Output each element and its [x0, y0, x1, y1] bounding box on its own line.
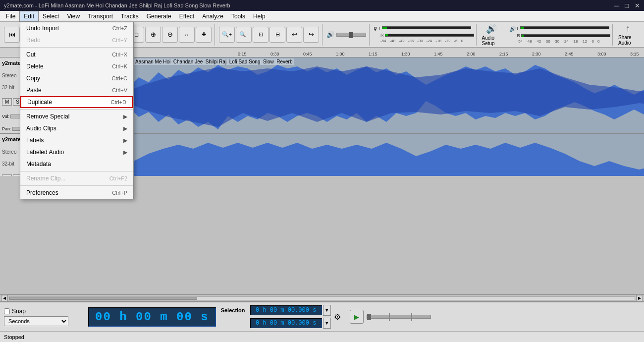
fit-button[interactable]: ⊡: [253, 27, 268, 43]
menu-tracks[interactable]: Tracks: [117, 11, 143, 22]
snap-area: Snap Seconds: [4, 308, 83, 326]
menu-labels[interactable]: Labels ▶: [20, 134, 133, 146]
menu-rename-clip[interactable]: Rename Clip... Ctrl+F2: [20, 172, 133, 184]
track-waveform-1[interactable]: Milan Aasman Me Hoi Chandan Jee Shilpi R…: [119, 57, 644, 133]
ruler-mark: 1:45: [434, 52, 443, 57]
menu-cut[interactable]: Cut Ctrl+X: [20, 49, 133, 60]
speed-slider[interactable]: [367, 315, 431, 319]
waveform-svg-1: [119, 57, 644, 133]
title-text: y2mate.com - LoFi Milan Aasman Me Hoi Ch…: [4, 2, 230, 8]
zoom-group: 🔍+ 🔍- ⊡ ⊟ ↩ ↪: [216, 24, 322, 46]
menu-help[interactable]: Help: [249, 11, 269, 22]
ruler-mark: 2:15: [499, 52, 508, 57]
ruler-mark: 0:30: [270, 52, 279, 57]
horizontal-scrollbar[interactable]: ◀ ▶: [0, 294, 644, 301]
menu-labeled-audio[interactable]: Labeled Audio ▶: [20, 146, 133, 158]
menu-paste[interactable]: Paste Ctrl+V: [20, 84, 133, 96]
volume-label-1: Vol:: [2, 114, 9, 119]
playback-speed-area: ▶: [350, 310, 431, 324]
ruler-mark: 3:15: [630, 52, 639, 57]
selection-input-2[interactable]: 0 h 00 m 00.000 s: [250, 318, 322, 328]
minimize-button[interactable]: ─: [614, 2, 619, 9]
selection-settings-icon[interactable]: ⚙: [334, 312, 341, 322]
edit-menu-dropdown: Undo Import Ctrl+Z Redo Ctrl+Y Cut Ctrl+…: [20, 22, 134, 199]
speed-marker: [389, 313, 390, 321]
play-green-button[interactable]: ▶: [350, 310, 364, 324]
menu-transport[interactable]: Transport: [84, 11, 117, 22]
selection-area: Selection 0 h 00 m 00.000 s ▼ 0 h 00 m 0…: [221, 305, 341, 329]
menu-view[interactable]: View: [63, 11, 84, 22]
selection-dropdown-1[interactable]: ▼: [323, 305, 331, 316]
menu-remove-special[interactable]: Remove Special ▶: [20, 111, 133, 122]
zoom-in-tool[interactable]: ⊕: [145, 27, 161, 43]
close-button[interactable]: ✕: [635, 2, 640, 9]
time-shift-tool[interactable]: ↔: [179, 27, 195, 43]
menu-undo-import[interactable]: Undo Import Ctrl+Z: [20, 22, 133, 34]
separator-4: [20, 185, 133, 186]
playback-volume-slider[interactable]: [336, 33, 366, 37]
selection-label: Selection: [221, 307, 248, 313]
scroll-track[interactable]: [9, 296, 635, 300]
maximize-button[interactable]: □: [625, 2, 629, 9]
share-audio-label: Share Audio: [618, 35, 638, 46]
skip-start-button[interactable]: ⏮: [4, 27, 20, 43]
menu-bar: File Edit Select View Transport Tracks G…: [0, 11, 644, 22]
menu-file[interactable]: File: [2, 11, 19, 22]
selection-dropdown-2[interactable]: ▼: [323, 318, 331, 329]
ruler-mark: 1:30: [401, 52, 410, 57]
menu-select[interactable]: Select: [39, 11, 63, 22]
menu-delete[interactable]: Delete Ctrl+K: [20, 60, 133, 72]
track-waveform-2[interactable]: 1.0 0.0 -1.0: [119, 134, 644, 176]
menu-metadata[interactable]: Metadata: [20, 158, 133, 170]
multi-tool[interactable]: ✚: [196, 27, 212, 43]
mic-icon: 🎙: [373, 26, 378, 32]
mute-button-1[interactable]: M: [2, 98, 12, 106]
menu-analyze[interactable]: Analyze: [198, 11, 227, 22]
output-meter-area: 🔊 L R -54-48-42-36-30-24-18-12-60: [507, 24, 613, 46]
menu-edit[interactable]: Edit: [19, 11, 39, 22]
selection-input-1[interactable]: 0 h 00 m 00.000 s: [250, 305, 322, 315]
snap-checkbox[interactable]: [4, 308, 10, 314]
separator-1: [20, 47, 133, 48]
input-meter-area: 🎙 L R -54-48-42-36-30-24-18-12-60: [371, 24, 477, 46]
title-controls[interactable]: ─ □ ✕: [614, 2, 640, 9]
waveform-svg-2: [119, 134, 644, 176]
ruler-mark: 2:45: [565, 52, 574, 57]
speaker-icon: 🔊: [326, 31, 334, 38]
ruler-mark: 0:15: [238, 52, 247, 57]
menu-copy[interactable]: Copy Ctrl+C: [20, 72, 133, 84]
separator-2: [20, 109, 133, 110]
ruler-mark: 1:15: [369, 52, 377, 57]
mute-button-2[interactable]: M: [2, 174, 12, 176]
zoom-out-button[interactable]: 🔍-: [236, 27, 252, 43]
audio-setup-icon: 🔊: [486, 23, 497, 34]
ruler-marks-area[interactable]: 0:15 0:30 0:45 1:00 1:15 1:30 1:45 2:00 …: [238, 48, 644, 57]
ruler-mark: 0:45: [303, 52, 312, 57]
scroll-thumb[interactable]: [9, 297, 197, 300]
output-icon: 🔊: [509, 26, 516, 32]
menu-audio-clips[interactable]: Audio Clips ▶: [20, 122, 133, 134]
zoom-out-tool[interactable]: ⊖: [162, 27, 178, 43]
redo-button[interactable]: ↪: [303, 27, 319, 43]
menu-duplicate[interactable]: Duplicate Ctrl+D: [20, 96, 133, 108]
scroll-right-button[interactable]: ▶: [636, 295, 643, 302]
speed-marker2: [411, 313, 412, 321]
ruler-mark: 1:00: [336, 52, 345, 57]
menu-generate[interactable]: Generate: [143, 11, 175, 22]
zoom-in-button[interactable]: 🔍+: [219, 27, 235, 43]
zoom-sel-button[interactable]: ⊟: [269, 27, 285, 43]
seconds-select[interactable]: Seconds: [4, 316, 68, 326]
pan-label-1: Pan:: [2, 126, 11, 131]
ruler-mark: 2:30: [532, 52, 541, 57]
menu-redo[interactable]: Redo Ctrl+Y: [20, 34, 133, 46]
menu-tools[interactable]: Tools: [227, 11, 249, 22]
status-bar: Stopped.: [0, 331, 644, 342]
scroll-left-button[interactable]: ◀: [1, 295, 8, 302]
snap-label: Snap: [12, 308, 26, 315]
separator-3: [20, 171, 133, 171]
menu-preferences[interactable]: Preferences Ctrl+P: [20, 187, 133, 199]
undo-button[interactable]: ↩: [286, 27, 302, 43]
audio-setup-button[interactable]: 🔊 Audio Setup: [478, 22, 506, 48]
menu-effect[interactable]: Effect: [175, 11, 198, 22]
share-audio-button[interactable]: ↑ Share Audio: [614, 21, 642, 48]
